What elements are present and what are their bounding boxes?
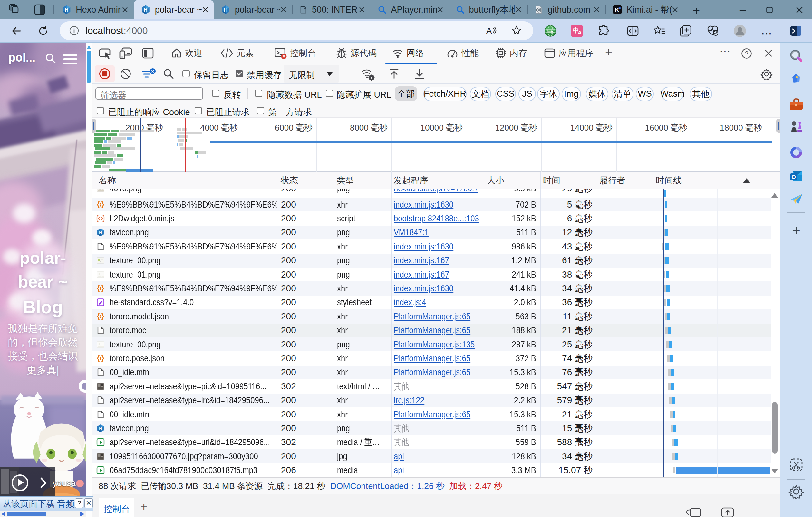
svg-text:O: O xyxy=(791,174,795,180)
svg-text:?: ? xyxy=(745,50,749,57)
svg-text:H: H xyxy=(99,426,102,431)
svg-text:A: A xyxy=(486,26,492,35)
svg-text:H: H xyxy=(65,7,68,12)
svg-text:H: H xyxy=(144,7,148,12)
svg-text:H: H xyxy=(224,7,228,12)
svg-text:H: H xyxy=(99,230,102,235)
